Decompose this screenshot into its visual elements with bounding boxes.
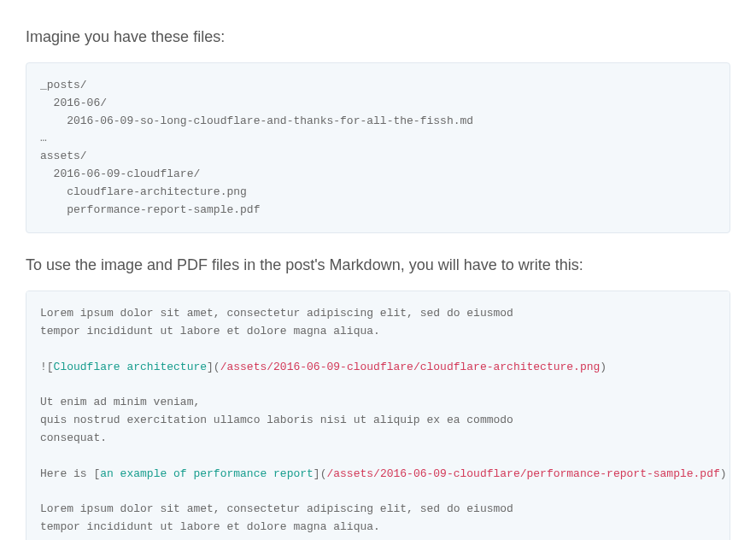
code-line: cloudflare-architecture.png <box>40 185 247 198</box>
md-link-suffix: ) <box>720 467 727 480</box>
code-line: Lorem ipsum dolor sit amet, consectetur … <box>40 502 513 515</box>
md-image-path: /assets/2016-06-09-cloudflare/cloudflare… <box>220 361 601 373</box>
code-line: tempor incididunt ut labore et dolore ma… <box>40 325 380 338</box>
code-line: quis nostrud exercitation ullamco labori… <box>40 414 513 426</box>
code-line: _posts/ <box>40 79 87 91</box>
intro-paragraph: Imagine you have these files: <box>26 26 730 49</box>
md-link-text: an example of performance report <box>100 467 314 480</box>
code-line: Lorem ipsum dolor sit amet, consectetur … <box>40 307 513 320</box>
code-line: 2016-06-09-cloudflare/ <box>40 167 200 180</box>
md-image-prefix: ![ <box>40 361 54 373</box>
code-line: … <box>40 132 47 144</box>
file-tree-code-block: _posts/ 2016-06/ 2016-06-09-so-long-clou… <box>26 62 730 233</box>
md-image-suffix: ) <box>600 361 607 373</box>
md-link-prefix: Here is [ <box>40 467 100 480</box>
md-link-path: /assets/2016-06-09-cloudflare/performanc… <box>326 467 719 480</box>
md-image-alt: Cloudflare architecture <box>54 361 207 373</box>
code-line: consequat. <box>40 431 107 444</box>
markdown-code-block[interactable]: Lorem ipsum dolor sit amet, consectetur … <box>26 291 730 540</box>
mid-paragraph: To use the image and PDF files in the po… <box>26 254 730 277</box>
code-line: performance-report-sample.pdf <box>40 203 260 216</box>
code-line: Ut enim ad minim veniam, <box>40 396 200 408</box>
code-line: assets/ <box>40 150 87 162</box>
code-line: 2016-06-09-so-long-cloudflare-and-thanks… <box>40 114 473 127</box>
md-link-mid: ]( <box>314 467 327 480</box>
md-image-mid: ]( <box>207 361 220 373</box>
code-line: tempor incididunt ut labore et dolore ma… <box>40 520 380 533</box>
code-line: 2016-06/ <box>40 97 107 109</box>
